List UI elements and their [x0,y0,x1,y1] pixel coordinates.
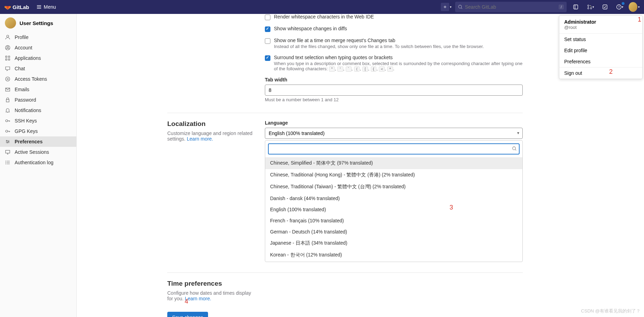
tab-width-help: Must be a number between 1 and 12 [265,97,523,102]
avatar-icon [629,2,637,12]
checkbox-one-file[interactable]: Show one file at a time on merge request… [265,38,523,49]
svg-point-25 [6,161,6,161]
svg-point-26 [6,162,6,163]
prefs-icon [5,139,10,144]
svg-point-27 [6,164,6,164]
sidebar-item-label: Emails [15,87,29,92]
search-kbd: / [559,5,564,9]
language-option[interactable]: German - Deutsch (14% translated) [265,226,522,237]
navbar: GitLab Menu ＋ ▾ / ▾ ? ▾ [0,0,644,14]
sidebar-item-label: Account [15,45,32,50]
svg-point-16 [7,78,8,80]
localization-desc: Customize language and region related se… [167,130,258,142]
language-option[interactable]: Chinese, Traditional (Taiwan) - 繁體中文 (台灣… [265,181,522,193]
language-option[interactable]: French - français (10% translated) [265,215,522,226]
time-title: Time preferences [167,280,258,287]
profile-icon [5,34,10,40]
svg-rect-1 [574,5,578,9]
svg-rect-24 [6,150,10,153]
svg-point-15 [6,77,10,81]
sidebar-header: User Settings [0,14,76,32]
sidebar-item-password[interactable]: Password [0,95,76,105]
brand-text: GitLab [13,4,29,10]
user-menu-username: @root [564,25,637,30]
sidebar-item-label: Preferences [15,139,43,144]
language-select[interactable]: English (100% translated) [265,128,523,139]
help-icon[interactable]: ? ▾ [614,1,625,13]
todos-icon[interactable] [599,1,611,13]
sidebar-item-applications[interactable]: Applications [0,53,76,63]
lock-icon [5,97,10,103]
sidebar-item-account[interactable]: Account [0,42,76,53]
language-option[interactable]: Chinese, Traditional (Hong Kong) - 繁體中文 … [265,169,522,181]
time-learn-more[interactable]: Learn more. [185,296,211,301]
svg-point-3 [588,8,589,9]
user-menu-preferences[interactable]: Preferences [559,56,642,67]
sidebar-item-label: Chat [15,66,25,71]
sidebar-item-notifications[interactable]: Notifications [0,105,76,116]
content: Render whitespace characters in the Web … [77,14,537,317]
new-dropdown[interactable]: ＋ ▾ [440,1,452,13]
language-option[interactable]: Danish - dansk (44% translated) [265,193,522,204]
search-box[interactable]: / [455,2,567,12]
gitlab-logo[interactable]: GitLab [4,3,29,10]
checkbox-whitespace-diffs[interactable]: Show whitespace changes in diffs [265,26,523,32]
localization-title: Localization [167,120,258,128]
checkbox-help: When you type in a description or commen… [274,61,523,71]
sidebar-avatar-icon [5,17,16,29]
tab-width-input[interactable] [265,85,523,96]
save-button[interactable]: Save changes [167,312,208,317]
sidebar-item-authentication-log[interactable]: Authentication log [0,157,76,168]
sidebar-item-emails[interactable]: Emails [0,84,76,95]
language-option[interactable]: Japanese - 日本語 (34% translated) [265,237,522,249]
language-option[interactable]: Korean - 한국어 (12% translated) [265,249,522,261]
search-input[interactable] [465,4,557,10]
sidebar-item-label: Notifications [15,108,41,113]
checkbox-icon [265,15,270,20]
sidebar-item-access-tokens[interactable]: Access Tokens [0,74,76,84]
language-option[interactable]: English (100% translated) [265,204,522,215]
sidebar-item-preferences[interactable]: Preferences [0,136,76,147]
sidebar: User Settings ProfileAccountApplications… [0,14,77,317]
svg-point-4 [590,8,592,9]
language-search-input[interactable] [268,143,520,154]
key-icon [5,118,10,124]
svg-point-2 [588,5,589,6]
sidebar-item-profile[interactable]: Profile [0,32,76,42]
issues-icon[interactable] [570,1,581,13]
account-icon [5,45,10,50]
user-menu-set-status[interactable]: Set status [559,34,642,45]
language-option[interactable]: Chinese, Simplified - 简体中文 (97% translat… [265,157,522,169]
sidebar-title: User Settings [20,20,53,26]
sidebar-item-label: Active Sessions [15,149,49,155]
language-label: Language [265,120,523,126]
user-menu-name: Administrator [564,19,637,25]
sidebar-item-label: Password [15,97,36,103]
localization-learn-more[interactable]: Learn more. [187,136,213,142]
sidebar-item-label: Applications [15,55,41,61]
svg-point-21 [6,140,7,141]
search-icon [512,146,517,152]
checkbox-render-whitespace[interactable]: Render whitespace characters in the Web … [265,14,523,20]
menu-button[interactable]: Menu [36,4,56,10]
user-menu-sign-out[interactable]: Sign out [559,68,642,79]
language-dropdown: Chinese, Simplified - 简体中文 (97% translat… [265,140,523,262]
svg-point-9 [7,46,9,48]
svg-point-23 [7,142,8,143]
sidebar-item-ssh-keys[interactable]: SSH Keys [0,116,76,126]
sidebar-item-label: Profile [15,34,29,40]
user-menu-edit-profile[interactable]: Edit profile [559,45,642,56]
sidebar-item-active-sessions[interactable]: Active Sessions [0,147,76,157]
checkbox-icon [265,26,270,32]
svg-text:?: ? [618,5,620,9]
svg-point-22 [8,141,9,142]
sidebar-item-label: SSH Keys [15,118,37,124]
watermark: CSDN @有谁看见我的剑了？ [581,308,641,314]
key-icon [5,128,10,134]
checkbox-surround[interactable]: Surround text selection when typing quot… [265,55,523,71]
user-avatar-button[interactable]: ▾ [629,1,640,13]
merge-requests-icon[interactable]: ▾ [585,1,596,13]
sidebar-item-gpg-keys[interactable]: GPG Keys [0,126,76,136]
menu-label: Menu [44,4,56,10]
sidebar-item-chat[interactable]: Chat [0,63,76,74]
